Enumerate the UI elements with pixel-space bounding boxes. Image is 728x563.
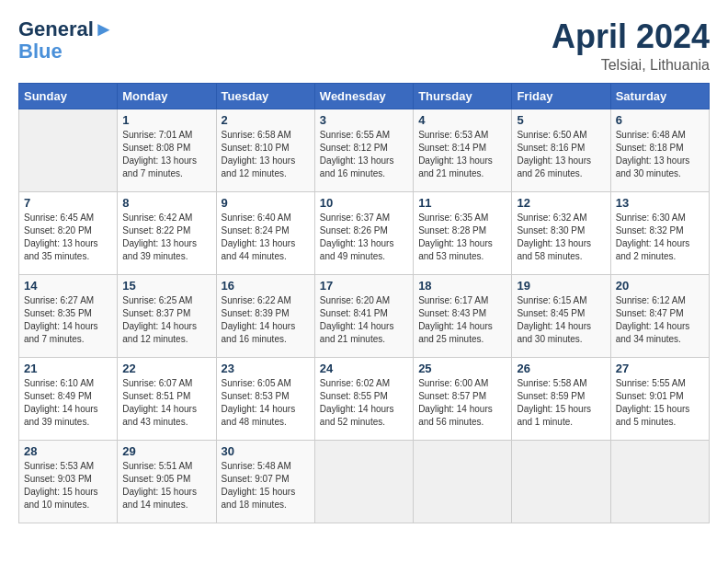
day-number: 7 bbox=[24, 196, 112, 210]
day-number: 24 bbox=[320, 362, 408, 375]
calendar-cell: 9Sunrise: 6:40 AM Sunset: 8:24 PM Daylig… bbox=[216, 191, 314, 274]
weekday-header: Thursday bbox=[414, 83, 512, 109]
month-year: April 2024 bbox=[552, 18, 710, 55]
calendar-body: 1Sunrise: 7:01 AM Sunset: 8:08 PM Daylig… bbox=[19, 109, 710, 523]
cell-content: Sunrise: 6:50 AM Sunset: 8:16 PM Dayligh… bbox=[517, 129, 605, 180]
cell-content: Sunrise: 5:51 AM Sunset: 9:05 PM Dayligh… bbox=[122, 460, 210, 511]
cell-content: Sunrise: 6:20 AM Sunset: 8:41 PM Dayligh… bbox=[320, 294, 408, 346]
calendar-cell: 6Sunrise: 6:48 AM Sunset: 8:18 PM Daylig… bbox=[610, 109, 709, 191]
cell-content: Sunrise: 6:27 AM Sunset: 8:35 PM Dayligh… bbox=[24, 294, 112, 346]
weekday-header: Wednesday bbox=[314, 83, 413, 109]
day-number: 8 bbox=[122, 196, 210, 210]
cell-content: Sunrise: 6:30 AM Sunset: 8:32 PM Dayligh… bbox=[616, 212, 704, 263]
calendar-cell: 25Sunrise: 6:00 AM Sunset: 8:57 PM Dayli… bbox=[414, 357, 512, 440]
calendar-cell: 16Sunrise: 6:22 AM Sunset: 8:39 PM Dayli… bbox=[216, 274, 314, 357]
weekday-header: Friday bbox=[512, 83, 610, 109]
calendar-cell bbox=[610, 440, 709, 523]
calendar-cell: 22Sunrise: 6:07 AM Sunset: 8:51 PM Dayli… bbox=[118, 357, 216, 440]
cell-content: Sunrise: 6:55 AM Sunset: 8:12 PM Dayligh… bbox=[320, 129, 408, 180]
calendar-cell: 30Sunrise: 5:48 AM Sunset: 9:07 PM Dayli… bbox=[216, 440, 314, 523]
weekday-header: Monday bbox=[118, 83, 216, 109]
calendar-cell: 21Sunrise: 6:10 AM Sunset: 8:49 PM Dayli… bbox=[19, 357, 118, 440]
day-number: 21 bbox=[24, 362, 112, 375]
calendar-cell: 28Sunrise: 5:53 AM Sunset: 9:03 PM Dayli… bbox=[19, 440, 118, 523]
calendar-week-row: 14Sunrise: 6:27 AM Sunset: 8:35 PM Dayli… bbox=[19, 274, 710, 357]
calendar-week-row: 1Sunrise: 7:01 AM Sunset: 8:08 PM Daylig… bbox=[19, 109, 710, 191]
cell-content: Sunrise: 6:02 AM Sunset: 8:55 PM Dayligh… bbox=[320, 377, 408, 429]
cell-content: Sunrise: 5:48 AM Sunset: 9:07 PM Dayligh… bbox=[222, 460, 310, 511]
calendar-cell: 19Sunrise: 6:15 AM Sunset: 8:45 PM Dayli… bbox=[512, 274, 610, 357]
day-number: 18 bbox=[418, 279, 506, 293]
cell-content: Sunrise: 6:00 AM Sunset: 8:57 PM Dayligh… bbox=[418, 377, 506, 429]
calendar-week-row: 28Sunrise: 5:53 AM Sunset: 9:03 PM Dayli… bbox=[19, 440, 710, 523]
cell-content: Sunrise: 6:53 AM Sunset: 8:14 PM Dayligh… bbox=[418, 129, 506, 180]
cell-content: Sunrise: 5:58 AM Sunset: 8:59 PM Dayligh… bbox=[517, 377, 605, 429]
day-number: 29 bbox=[122, 444, 210, 458]
day-number: 14 bbox=[24, 279, 112, 293]
title-block: April 2024 Telsiai, Lithuania bbox=[552, 18, 710, 74]
cell-content: Sunrise: 6:05 AM Sunset: 8:53 PM Dayligh… bbox=[222, 377, 310, 429]
cell-content: Sunrise: 6:15 AM Sunset: 8:45 PM Dayligh… bbox=[517, 294, 605, 346]
day-number: 1 bbox=[122, 113, 210, 127]
cell-content: Sunrise: 6:37 AM Sunset: 8:26 PM Dayligh… bbox=[320, 212, 408, 263]
calendar-cell: 2Sunrise: 6:58 AM Sunset: 8:10 PM Daylig… bbox=[216, 109, 314, 191]
day-number: 5 bbox=[517, 113, 605, 127]
cell-content: Sunrise: 6:35 AM Sunset: 8:28 PM Dayligh… bbox=[418, 212, 506, 263]
day-number: 12 bbox=[517, 196, 605, 210]
page-header: General►Blue April 2024 Telsiai, Lithuan… bbox=[18, 18, 710, 74]
day-number: 4 bbox=[418, 113, 506, 127]
day-number: 2 bbox=[222, 113, 310, 127]
weekday-row: SundayMondayTuesdayWednesdayThursdayFrid… bbox=[19, 83, 710, 109]
day-number: 17 bbox=[320, 279, 408, 293]
cell-content: Sunrise: 6:07 AM Sunset: 8:51 PM Dayligh… bbox=[122, 377, 210, 429]
logo-accent: ► bbox=[94, 17, 114, 40]
day-number: 9 bbox=[222, 196, 310, 210]
calendar-cell: 23Sunrise: 6:05 AM Sunset: 8:53 PM Dayli… bbox=[216, 357, 314, 440]
logo-text: General►Blue bbox=[18, 18, 114, 63]
location: Telsiai, Lithuania bbox=[552, 57, 710, 74]
calendar-cell: 1Sunrise: 7:01 AM Sunset: 8:08 PM Daylig… bbox=[118, 109, 216, 191]
calendar-cell: 4Sunrise: 6:53 AM Sunset: 8:14 PM Daylig… bbox=[414, 109, 512, 191]
calendar-week-row: 21Sunrise: 6:10 AM Sunset: 8:49 PM Dayli… bbox=[19, 357, 710, 440]
day-number: 19 bbox=[517, 279, 605, 293]
calendar-cell bbox=[19, 109, 118, 191]
calendar-cell: 5Sunrise: 6:50 AM Sunset: 8:16 PM Daylig… bbox=[512, 109, 610, 191]
day-number: 30 bbox=[222, 444, 310, 458]
calendar-cell: 29Sunrise: 5:51 AM Sunset: 9:05 PM Dayli… bbox=[118, 440, 216, 523]
calendar-cell bbox=[414, 440, 512, 523]
calendar-cell: 10Sunrise: 6:37 AM Sunset: 8:26 PM Dayli… bbox=[314, 191, 413, 274]
day-number: 16 bbox=[222, 279, 310, 293]
calendar-cell: 27Sunrise: 5:55 AM Sunset: 9:01 PM Dayli… bbox=[610, 357, 709, 440]
day-number: 3 bbox=[320, 113, 408, 127]
calendar-cell bbox=[512, 440, 610, 523]
logo: General►Blue bbox=[18, 18, 114, 63]
cell-content: Sunrise: 6:32 AM Sunset: 8:30 PM Dayligh… bbox=[517, 212, 605, 263]
day-number: 23 bbox=[222, 362, 310, 375]
calendar-cell: 11Sunrise: 6:35 AM Sunset: 8:28 PM Dayli… bbox=[414, 191, 512, 274]
weekday-header: Saturday bbox=[610, 83, 709, 109]
day-number: 28 bbox=[24, 444, 112, 458]
calendar-week-row: 7Sunrise: 6:45 AM Sunset: 8:20 PM Daylig… bbox=[19, 191, 710, 274]
cell-content: Sunrise: 6:22 AM Sunset: 8:39 PM Dayligh… bbox=[222, 294, 310, 346]
day-number: 13 bbox=[616, 196, 704, 210]
calendar-cell: 8Sunrise: 6:42 AM Sunset: 8:22 PM Daylig… bbox=[118, 191, 216, 274]
day-number: 10 bbox=[320, 196, 408, 210]
cell-content: Sunrise: 6:10 AM Sunset: 8:49 PM Dayligh… bbox=[24, 377, 112, 429]
cell-content: Sunrise: 6:25 AM Sunset: 8:37 PM Dayligh… bbox=[122, 294, 210, 346]
calendar-cell: 15Sunrise: 6:25 AM Sunset: 8:37 PM Dayli… bbox=[118, 274, 216, 357]
calendar-cell: 18Sunrise: 6:17 AM Sunset: 8:43 PM Dayli… bbox=[414, 274, 512, 357]
weekday-header: Sunday bbox=[19, 83, 118, 109]
day-number: 27 bbox=[616, 362, 704, 375]
cell-content: Sunrise: 6:40 AM Sunset: 8:24 PM Dayligh… bbox=[222, 212, 310, 263]
calendar-table: SundayMondayTuesdayWednesdayThursdayFrid… bbox=[18, 83, 710, 523]
day-number: 22 bbox=[122, 362, 210, 375]
calendar-cell: 17Sunrise: 6:20 AM Sunset: 8:41 PM Dayli… bbox=[314, 274, 413, 357]
day-number: 20 bbox=[616, 279, 704, 293]
day-number: 6 bbox=[616, 113, 704, 127]
calendar-cell: 26Sunrise: 5:58 AM Sunset: 8:59 PM Dayli… bbox=[512, 357, 610, 440]
calendar-cell: 24Sunrise: 6:02 AM Sunset: 8:55 PM Dayli… bbox=[314, 357, 413, 440]
day-number: 25 bbox=[418, 362, 506, 375]
cell-content: Sunrise: 7:01 AM Sunset: 8:08 PM Dayligh… bbox=[122, 129, 210, 180]
day-number: 26 bbox=[517, 362, 605, 375]
logo-blue: Blue bbox=[18, 40, 63, 63]
